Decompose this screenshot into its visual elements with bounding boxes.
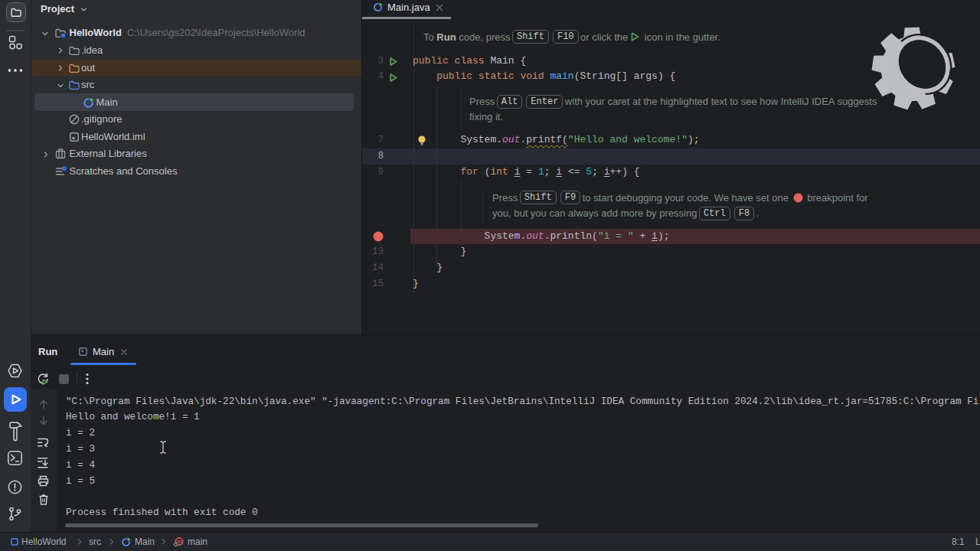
svg-text:m: m	[177, 539, 181, 544]
